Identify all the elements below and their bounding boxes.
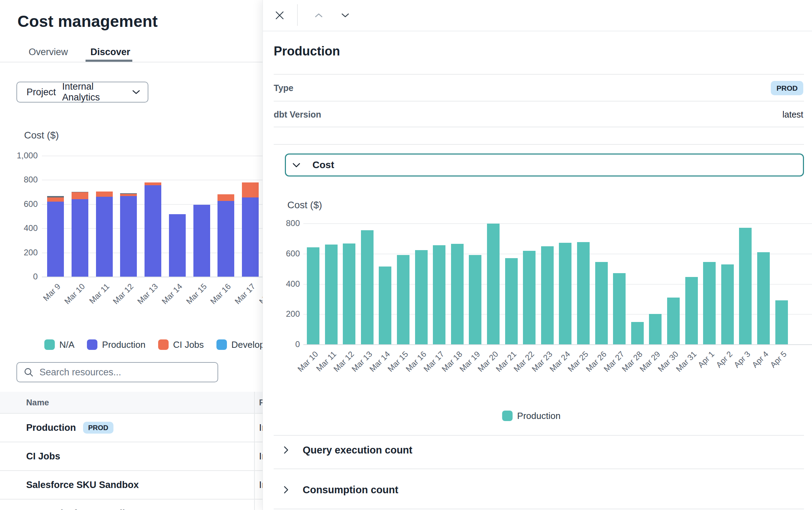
bar-segment-n-a [120, 193, 137, 194]
divider [274, 435, 804, 436]
resource-name: GBP Salesforce Sandbox [26, 508, 139, 510]
bar-segment-production [523, 251, 536, 344]
cost-management-page: Cost management Overview Discover Projec… [0, 0, 812, 510]
chevron-right-icon [283, 446, 289, 454]
table-row[interactable]: GBP Salesforce SandboxIn [0, 500, 263, 510]
legend-item-production: Production [502, 411, 560, 421]
left-panel: Cost management Overview Discover Projec… [0, 0, 263, 510]
bar-segment-production [631, 322, 644, 344]
divider [274, 509, 804, 509]
gridline [42, 277, 263, 277]
bar-segment-ci-jobs [217, 194, 234, 201]
bar-segment-production [415, 250, 428, 344]
cost-by-environment-chart: 1,0008006004002000Mar 9Mar 10Mar 11Mar 1… [0, 156, 263, 316]
tab-discover[interactable]: Discover [90, 45, 130, 59]
resource-name-cell: GBP Salesforce Sandbox [26, 500, 139, 510]
project-filter-label: Project [27, 87, 56, 98]
chevron-down-icon [292, 163, 301, 168]
bar-segment-production [72, 199, 88, 277]
table-header-row: Name P [0, 392, 263, 414]
bar-segment-ci-jobs [242, 182, 259, 197]
bar-segment-ci-jobs [145, 182, 161, 185]
legend-label: CI Jobs [173, 339, 204, 350]
bar-segment-production [47, 202, 64, 277]
cost-section-label: Cost [312, 159, 334, 171]
legend-item-n-a: N/A [44, 339, 74, 350]
gridline [303, 223, 812, 224]
bar-segment-production [703, 262, 716, 344]
table-row[interactable]: CI JobsIn [0, 442, 263, 471]
project-filter-dropdown[interactable]: Project Internal Analytics [16, 82, 148, 103]
divider [274, 468, 804, 469]
bar-segment-ci-jobs [72, 192, 88, 199]
y-axis-tick-label: 200 [0, 247, 38, 258]
legend-swatch [44, 339, 55, 350]
y-axis-tick-label: 800 [263, 218, 300, 228]
bar-segment-ci-jobs [47, 197, 64, 202]
legend-swatch [158, 339, 169, 350]
resource-name: Production [26, 422, 76, 433]
gridline [303, 344, 812, 345]
next-item-button[interactable] [338, 8, 353, 23]
left-chart-title: Cost ($) [24, 130, 59, 141]
resource-name-cell: ProductionPROD [26, 414, 113, 442]
bar-segment-production [739, 228, 752, 344]
close-icon [274, 10, 285, 21]
search-placeholder: Search resources... [39, 367, 121, 378]
toolbar-divider [297, 4, 298, 26]
bar-segment-production [487, 224, 500, 344]
y-axis-tick-label: 0 [263, 339, 300, 350]
bar-segment-production [721, 264, 734, 344]
resource-name-cell: CI Jobs [26, 442, 60, 470]
bar-segment-production [559, 243, 571, 344]
table-row[interactable]: ProductionPRODIn [0, 414, 263, 442]
drawer-chart-title: Cost ($) [287, 200, 322, 211]
bar-segment-production [685, 277, 698, 344]
y-axis-tick-label: 400 [0, 223, 38, 233]
detail-drawer: Production Type PROD dbt Version latest … [263, 0, 812, 510]
bar-segment-production [451, 244, 464, 344]
bar-segment-production [775, 300, 788, 344]
bar-segment-ci-jobs [96, 192, 113, 197]
previous-item-button[interactable] [311, 8, 326, 23]
bar-segment-ci-jobs [120, 194, 137, 196]
y-axis-tick-label: 800 [0, 174, 38, 185]
left-chart-legend: N/AProductionCI JobsDevelopment [44, 339, 297, 350]
y-axis-tick-label: 1,000 [0, 150, 38, 161]
table-row[interactable]: Salesforce SKU SandboxIn [0, 471, 263, 500]
dbt-version-value: latest [782, 110, 803, 120]
production-cost-chart: 8006004002000Mar 10Mar 11Mar 12Mar 13Mar… [263, 223, 812, 391]
close-button[interactable] [272, 8, 287, 23]
divider [274, 74, 804, 75]
bar-segment-production [433, 245, 445, 344]
section-query-execution-count[interactable]: Query execution count [274, 437, 804, 463]
tabs-divider [0, 62, 263, 62]
cost-section-header[interactable]: Cost [285, 153, 804, 177]
legend-item-ci-jobs: CI Jobs [158, 339, 204, 350]
section-consumption-count[interactable]: Consumption count [274, 477, 804, 502]
legend-swatch [216, 339, 227, 350]
search-icon [23, 367, 34, 377]
project-filter-value: Internal Analytics [62, 81, 125, 103]
table-body: ProductionPRODInCI JobsInSalesforce SKU … [0, 414, 263, 510]
bar-segment-production [667, 298, 680, 344]
bar-segment-production [361, 230, 374, 344]
tab-overview[interactable]: Overview [29, 45, 68, 59]
bar-segment-production [145, 185, 161, 277]
bar-segment-production [325, 245, 338, 344]
y-axis-tick-label: 600 [263, 248, 300, 259]
bar-segment-production [307, 247, 319, 344]
drawer-title: Production [274, 44, 340, 59]
bar-segment-production [379, 267, 391, 344]
bar-segment-production [757, 252, 770, 344]
section-label: Query execution count [303, 444, 412, 456]
chevron-down-icon [132, 89, 141, 95]
bar-segment-production [217, 201, 234, 277]
legend-swatch [502, 411, 512, 421]
bar-segment-production [469, 255, 481, 344]
type-badge: PROD [771, 81, 803, 95]
search-input[interactable]: Search resources... [16, 362, 218, 382]
divider [274, 127, 804, 127]
bar-segment-production [505, 258, 518, 344]
chevron-up-icon [315, 13, 323, 18]
